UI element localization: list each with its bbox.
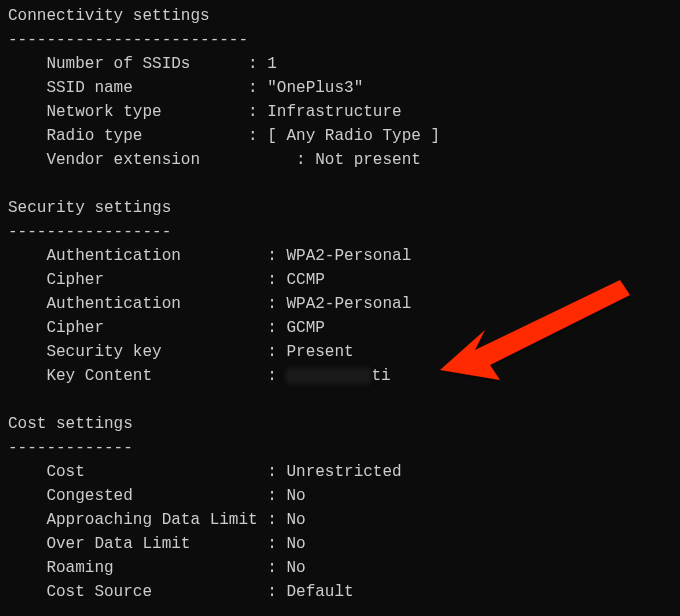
cost-value: Unrestricted	[286, 463, 401, 481]
connectivity-title: Connectivity settings	[8, 7, 210, 25]
radio-type-label: Radio type	[46, 127, 142, 145]
security-key-label: Security key	[46, 343, 161, 361]
security-divider: -----------------	[8, 223, 171, 241]
security-title: Security settings	[8, 199, 171, 217]
connectivity-divider: -------------------------	[8, 31, 248, 49]
cipher2-value: GCMP	[286, 319, 324, 337]
terminal-output: Connectivity settings ------------------…	[8, 4, 672, 604]
congested-value: No	[286, 487, 305, 505]
cost-divider: -------------	[8, 439, 133, 457]
cipher2-label: Cipher	[46, 319, 104, 337]
key-content-label: Key Content	[46, 367, 152, 385]
over-limit-value: No	[286, 535, 305, 553]
key-content-redacted	[286, 368, 371, 384]
vendor-ext-value: Not present	[315, 151, 421, 169]
num-ssids-label: Number of SSIDs	[46, 55, 190, 73]
key-content-suffix: ti	[371, 367, 390, 385]
roaming-value: No	[286, 559, 305, 577]
approaching-value: No	[286, 511, 305, 529]
congested-label: Congested	[46, 487, 132, 505]
cost-title: Cost settings	[8, 415, 133, 433]
ssid-name-label: SSID name	[46, 79, 132, 97]
network-type-value: Infrastructure	[267, 103, 401, 121]
cipher1-label: Cipher	[46, 271, 104, 289]
cost-label: Cost	[46, 463, 84, 481]
auth2-label: Authentication	[46, 295, 180, 313]
cipher1-value: CCMP	[286, 271, 324, 289]
security-key-value: Present	[286, 343, 353, 361]
over-limit-label: Over Data Limit	[46, 535, 190, 553]
network-type-label: Network type	[46, 103, 161, 121]
radio-type-value: [ Any Radio Type ]	[267, 127, 440, 145]
auth1-value: WPA2-Personal	[286, 247, 411, 265]
approaching-label: Approaching Data Limit	[46, 511, 257, 529]
cost-source-label: Cost Source	[46, 583, 152, 601]
ssid-name-value: "OnePlus3"	[267, 79, 363, 97]
roaming-label: Roaming	[46, 559, 113, 577]
num-ssids-value: 1	[267, 55, 277, 73]
vendor-ext-label: Vendor extension	[46, 151, 200, 169]
auth1-label: Authentication	[46, 247, 180, 265]
auth2-value: WPA2-Personal	[286, 295, 411, 313]
cost-source-value: Default	[286, 583, 353, 601]
